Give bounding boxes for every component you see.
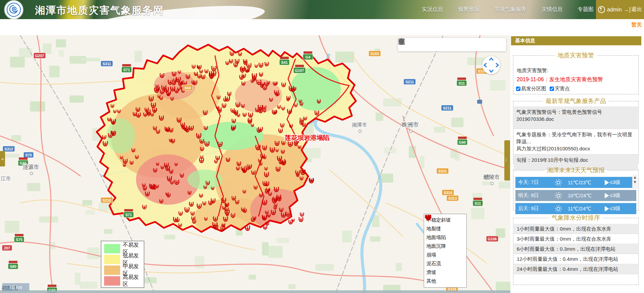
svg-text:S314: S314 — [444, 191, 453, 195]
forecast-section: 湘潭未来3天天气预报 今天: 7日11℃/23℃≤3级明天: 8日10℃/24℃… — [513, 166, 639, 211]
svg-text:S11: S11 — [459, 81, 465, 85]
map-bottom-strip — [0, 290, 510, 293]
forecast-temp: 10℃/24℃ — [568, 193, 605, 199]
svg-text:S210: S210 — [102, 198, 111, 202]
rain-rank-row-0[interactable]: 1小时雨量最大值：0mm，出现在合东水库 — [514, 224, 638, 234]
checkbox-label: 易发分区图 — [521, 86, 546, 92]
hazard-type-legend: 不稳定斜坡地裂缝地面塌陷地面沉降崩塌泥石流滑坡其他 — [424, 214, 467, 288]
document-line: 旬报：2019年10月中旬旬报.doc — [516, 156, 635, 163]
forecast-day: 明天: 8日 — [515, 192, 549, 199]
sunny-icon — [549, 178, 568, 187]
marker-icon[interactable] — [448, 40, 456, 49]
hazard-label: 地面沉降 — [426, 243, 446, 249]
svg-text:S41: S41 — [281, 60, 288, 64]
notice-marquee: 暂关 — [631, 21, 644, 30]
forecast-row-2[interactable]: 后天: 9日11℃/24℃≤3级 — [515, 203, 636, 214]
wind-text: ≤3级 — [610, 192, 620, 199]
checkbox-label: 灾害点 — [555, 86, 570, 92]
map-canvas[interactable]: G207S311S71S50S41G4G107S103S211S103S11S2… — [0, 35, 510, 293]
svg-text:S311: S311 — [102, 62, 111, 66]
nav-item-3[interactable]: 灾情信息 — [541, 6, 563, 13]
road-shield-S314: S314 — [442, 190, 454, 195]
nav-item-2[interactable]: 常规气象服务 — [494, 6, 526, 13]
risk-swatch — [104, 265, 120, 275]
zoom-in-icon[interactable] — [418, 40, 426, 49]
risk-label: 高易发区 — [123, 274, 141, 288]
wind-text: ≤3级 — [610, 205, 620, 212]
locate-icon[interactable] — [477, 40, 486, 49]
geo-warning-alert: 2019-11-06：发生地质灾害黄色预警 — [517, 76, 603, 83]
svg-text:S71: S71 — [123, 68, 130, 72]
nav-item-0[interactable]: 实况信息 — [422, 6, 443, 13]
karst-collapse-label: 莲花坝岩溶塌陷 — [284, 134, 329, 141]
polygon-icon[interactable] — [462, 40, 471, 49]
road-shield-S313: S313 — [447, 195, 459, 201]
page-header: 湘潭市地质灾害气象服务网 实况信息预警预报常规气象服务灾情信息专题图 admin… — [0, 0, 644, 19]
forecast-scrollbar[interactable]: ▲ ▼ — [632, 175, 638, 189]
rain-rank-row-3[interactable]: 12小时雨量最大值：0.4mm，出现在洋潭电站 — [514, 254, 638, 264]
compass-control[interactable] — [482, 56, 500, 74]
road-shield-S75: S75 — [14, 234, 24, 242]
forecast-row-0[interactable]: 今天: 7日11℃/23℃≤3级 — [515, 177, 636, 188]
svg-text:G106: G106 — [488, 237, 497, 241]
svg-text:G207: G207 — [35, 54, 44, 58]
document-item-1[interactable]: 气象专题服务：受冷空气南下影响，我市有一次明显降温…风力加大过程(2019100… — [514, 129, 638, 154]
map-blue-marker — [477, 100, 482, 104]
scroll-down-icon[interactable]: ▼ — [633, 180, 637, 184]
road-shield-G107: G107 — [293, 65, 306, 73]
hazard-legend-row-5: 泥石流 — [425, 259, 465, 268]
rain-ranking-section: 气象降水分时排序 1小时雨量最大值：0mm，出现在合东水库3小时雨量最大值：0m… — [513, 214, 639, 285]
settings-icon[interactable] — [492, 40, 501, 49]
hazard-label: 滑坡 — [426, 269, 436, 276]
user-box[interactable]: admin →] 退出 — [596, 0, 644, 19]
road-shield-G60: G60 — [457, 137, 467, 145]
layer-checkbox-0[interactable]: 易发分区图 — [516, 86, 546, 92]
road-shield-S70: S70 — [24, 152, 34, 158]
svg-text:S312: S312 — [4, 147, 13, 151]
rain-rank-row-1[interactable]: 3小时雨量最大值：0mm，出现在合东水库 — [514, 234, 638, 244]
zoom-out-icon[interactable] — [433, 40, 442, 49]
road-shield-S71: S71 — [124, 209, 134, 217]
document-item-0[interactable]: 气象灾害预警信号：雷电黄色预警信号2019070336.doc — [514, 106, 638, 129]
nav-item-1[interactable]: 预警预报 — [458, 6, 479, 13]
svg-text:S71: S71 — [125, 213, 132, 217]
forecast-day: 今天: 7日 — [515, 179, 549, 186]
svg-text:S11: S11 — [475, 201, 481, 205]
logout-button[interactable]: →] 退出 — [624, 6, 642, 13]
city-label-株洲市: 株洲市 — [401, 121, 419, 128]
svg-text:G107: G107 — [295, 68, 304, 72]
forecast-temp: 11℃/24℃ — [568, 206, 605, 212]
hazard-label: 地面塌陷 — [426, 234, 446, 241]
svg-text:S75: S75 — [16, 238, 22, 242]
rain-rank-row-4[interactable]: 24小时雨量最大值：0.4mm，出现在洋潭电站 — [514, 264, 638, 274]
city-label-江市: 江市 — [0, 176, 11, 181]
wind-icon — [605, 180, 609, 185]
document-line: 风力加大过程(2019100550).docx — [516, 145, 635, 152]
hazard-legend-row-3: 地面沉降 — [425, 242, 465, 250]
forecast-row-1[interactable]: 明天: 8日10℃/24℃≤3级 — [515, 190, 636, 201]
hazard-legend-row-2: 地面塌陷 — [425, 233, 465, 242]
rain-rank-row-2[interactable]: 6小时雨量最大值：0.3mm，出现在洋潭电站 — [514, 244, 638, 254]
checkbox-input-0[interactable] — [516, 87, 520, 91]
sidebar-title: 基本信息 — [511, 36, 641, 45]
hazard-legend-row-6: 滑坡 — [425, 268, 465, 277]
svg-text:G4: G4 — [306, 55, 311, 59]
wind-level: ≤3级 — [605, 205, 620, 212]
scroll-up-icon[interactable]: ▲ — [633, 175, 637, 180]
city-label-涟源市: 涟源市 — [22, 164, 39, 170]
sidebar-collapse-tab[interactable]: 〉 — [504, 140, 510, 181]
city-label-湘潭市: 湘潭市 — [352, 122, 367, 128]
left-collapse-tab[interactable]: « — [0, 151, 5, 166]
road-shield-S11: S11 — [457, 78, 467, 86]
road-shield-207: 207 — [2, 245, 12, 251]
rain-ranking-rows: 1小时雨量最大值：0mm，出现在合东水库3小时雨量最大值：0mm，出现在合东水库… — [514, 224, 638, 274]
risk-swatch — [104, 244, 120, 253]
checkbox-input-1[interactable] — [550, 87, 554, 91]
nav-item-4[interactable]: 专题图 — [578, 6, 594, 13]
road-shield-G4: G4 — [303, 51, 313, 60]
wind-icon — [605, 193, 609, 198]
svg-text:S313: S313 — [448, 196, 457, 200]
info-sidebar: 基本信息 地质灾害预警 地质灾害预警: 2019-11-06：发生地质灾害黄色预… — [511, 35, 641, 289]
xiangtan-meteorology-logo — [5, 1, 23, 19]
layer-checkbox-1[interactable]: 灾害点 — [550, 86, 570, 92]
